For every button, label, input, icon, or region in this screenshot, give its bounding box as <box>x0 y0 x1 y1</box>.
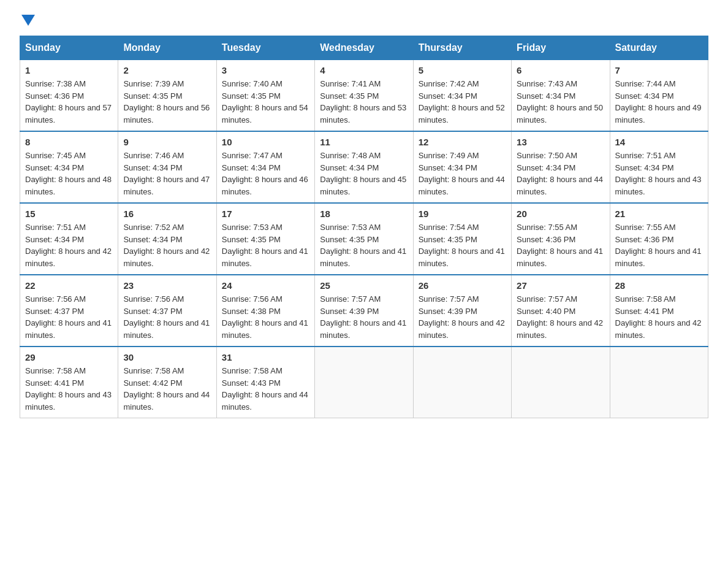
day-info: Sunrise: 7:52 AM Sunset: 4:34 PM Dayligh… <box>123 221 211 269</box>
calendar-cell: 28 Sunrise: 7:58 AM Sunset: 4:41 PM Dayl… <box>610 275 708 347</box>
calendar-cell: 25 Sunrise: 7:57 AM Sunset: 4:39 PM Dayl… <box>315 275 413 347</box>
svg-marker-0 <box>21 15 35 26</box>
calendar-cell: 31 Sunrise: 7:58 AM Sunset: 4:43 PM Dayl… <box>216 347 314 418</box>
day-info: Sunrise: 7:57 AM Sunset: 4:40 PM Dayligh… <box>517 293 604 341</box>
calendar-cell <box>610 347 708 418</box>
logo <box>20 15 35 28</box>
col-header-tuesday: Tuesday <box>216 36 314 60</box>
calendar-cell: 11 Sunrise: 7:48 AM Sunset: 4:34 PM Dayl… <box>315 131 413 203</box>
day-info: Sunrise: 7:45 AM Sunset: 4:34 PM Dayligh… <box>25 150 113 197</box>
calendar-cell: 21 Sunrise: 7:55 AM Sunset: 4:36 PM Dayl… <box>610 203 708 275</box>
day-info: Sunrise: 7:40 AM Sunset: 4:35 PM Dayligh… <box>222 78 309 126</box>
day-number: 18 <box>320 209 408 219</box>
calendar-cell: 29 Sunrise: 7:58 AM Sunset: 4:41 PM Dayl… <box>20 347 118 418</box>
day-number: 5 <box>419 65 506 75</box>
calendar-cell <box>315 347 413 418</box>
day-number: 1 <box>25 65 113 75</box>
col-header-wednesday: Wednesday <box>315 36 413 60</box>
page-header <box>20 15 708 28</box>
calendar-cell <box>413 347 511 418</box>
calendar-cell: 10 Sunrise: 7:47 AM Sunset: 4:34 PM Dayl… <box>216 131 314 203</box>
day-info: Sunrise: 7:49 AM Sunset: 4:34 PM Dayligh… <box>419 150 506 197</box>
day-number: 9 <box>123 137 211 147</box>
calendar-cell: 4 Sunrise: 7:41 AM Sunset: 4:35 PM Dayli… <box>315 60 413 132</box>
day-number: 16 <box>123 209 211 219</box>
logo-triangle-icon <box>21 15 35 28</box>
calendar-cell: 19 Sunrise: 7:54 AM Sunset: 4:35 PM Dayl… <box>413 203 511 275</box>
calendar-cell: 17 Sunrise: 7:53 AM Sunset: 4:35 PM Dayl… <box>216 203 314 275</box>
week-row-2: 8 Sunrise: 7:45 AM Sunset: 4:34 PM Dayli… <box>20 131 708 203</box>
day-number: 15 <box>25 209 113 219</box>
day-info: Sunrise: 7:48 AM Sunset: 4:34 PM Dayligh… <box>320 150 408 197</box>
week-row-5: 29 Sunrise: 7:58 AM Sunset: 4:41 PM Dayl… <box>20 347 708 418</box>
col-header-friday: Friday <box>512 36 610 60</box>
day-info: Sunrise: 7:58 AM Sunset: 4:42 PM Dayligh… <box>123 365 211 413</box>
day-number: 24 <box>222 280 309 291</box>
day-info: Sunrise: 7:38 AM Sunset: 4:36 PM Dayligh… <box>25 78 113 126</box>
day-info: Sunrise: 7:57 AM Sunset: 4:39 PM Dayligh… <box>320 293 408 341</box>
calendar-cell: 9 Sunrise: 7:46 AM Sunset: 4:34 PM Dayli… <box>118 131 216 203</box>
calendar-cell: 26 Sunrise: 7:57 AM Sunset: 4:39 PM Dayl… <box>413 275 511 347</box>
calendar-cell: 20 Sunrise: 7:55 AM Sunset: 4:36 PM Dayl… <box>512 203 610 275</box>
day-number: 7 <box>615 65 703 75</box>
day-info: Sunrise: 7:51 AM Sunset: 4:34 PM Dayligh… <box>25 221 113 269</box>
calendar-cell: 8 Sunrise: 7:45 AM Sunset: 4:34 PM Dayli… <box>20 131 118 203</box>
calendar-cell: 16 Sunrise: 7:52 AM Sunset: 4:34 PM Dayl… <box>118 203 216 275</box>
calendar-cell: 3 Sunrise: 7:40 AM Sunset: 4:35 PM Dayli… <box>216 60 314 132</box>
week-row-3: 15 Sunrise: 7:51 AM Sunset: 4:34 PM Dayl… <box>20 203 708 275</box>
day-number: 17 <box>222 209 309 219</box>
day-number: 27 <box>517 280 604 291</box>
calendar-cell: 15 Sunrise: 7:51 AM Sunset: 4:34 PM Dayl… <box>20 203 118 275</box>
day-info: Sunrise: 7:43 AM Sunset: 4:34 PM Dayligh… <box>517 78 604 126</box>
calendar-cell: 22 Sunrise: 7:56 AM Sunset: 4:37 PM Dayl… <box>20 275 118 347</box>
calendar-cell: 27 Sunrise: 7:57 AM Sunset: 4:40 PM Dayl… <box>512 275 610 347</box>
week-row-4: 22 Sunrise: 7:56 AM Sunset: 4:37 PM Dayl… <box>20 275 708 347</box>
day-number: 10 <box>222 137 309 147</box>
day-info: Sunrise: 7:51 AM Sunset: 4:34 PM Dayligh… <box>615 150 703 197</box>
day-number: 25 <box>320 280 408 291</box>
day-info: Sunrise: 7:53 AM Sunset: 4:35 PM Dayligh… <box>222 221 309 269</box>
day-number: 3 <box>222 65 309 75</box>
calendar-cell: 7 Sunrise: 7:44 AM Sunset: 4:34 PM Dayli… <box>610 60 708 132</box>
calendar-cell: 14 Sunrise: 7:51 AM Sunset: 4:34 PM Dayl… <box>610 131 708 203</box>
day-info: Sunrise: 7:47 AM Sunset: 4:34 PM Dayligh… <box>222 150 309 197</box>
calendar-cell <box>512 347 610 418</box>
day-info: Sunrise: 7:58 AM Sunset: 4:43 PM Dayligh… <box>222 365 309 413</box>
day-number: 26 <box>419 280 506 291</box>
day-number: 12 <box>419 137 506 147</box>
day-info: Sunrise: 7:56 AM Sunset: 4:38 PM Dayligh… <box>222 293 309 341</box>
day-info: Sunrise: 7:46 AM Sunset: 4:34 PM Dayligh… <box>123 150 211 197</box>
calendar-cell: 2 Sunrise: 7:39 AM Sunset: 4:35 PM Dayli… <box>118 60 216 132</box>
day-number: 29 <box>25 352 113 362</box>
day-info: Sunrise: 7:55 AM Sunset: 4:36 PM Dayligh… <box>615 221 703 269</box>
calendar-table: SundayMondayTuesdayWednesdayThursdayFrid… <box>20 36 708 418</box>
day-number: 11 <box>320 137 408 147</box>
header-row: SundayMondayTuesdayWednesdayThursdayFrid… <box>20 36 708 60</box>
calendar-cell: 18 Sunrise: 7:53 AM Sunset: 4:35 PM Dayl… <box>315 203 413 275</box>
day-info: Sunrise: 7:57 AM Sunset: 4:39 PM Dayligh… <box>419 293 506 341</box>
day-info: Sunrise: 7:50 AM Sunset: 4:34 PM Dayligh… <box>517 150 604 197</box>
day-info: Sunrise: 7:41 AM Sunset: 4:35 PM Dayligh… <box>320 78 408 126</box>
day-number: 14 <box>615 137 703 147</box>
calendar-cell: 5 Sunrise: 7:42 AM Sunset: 4:34 PM Dayli… <box>413 60 511 132</box>
day-number: 13 <box>517 137 604 147</box>
day-number: 4 <box>320 65 408 75</box>
day-number: 31 <box>222 352 309 362</box>
calendar-cell: 30 Sunrise: 7:58 AM Sunset: 4:42 PM Dayl… <box>118 347 216 418</box>
col-header-thursday: Thursday <box>413 36 511 60</box>
calendar-cell: 24 Sunrise: 7:56 AM Sunset: 4:38 PM Dayl… <box>216 275 314 347</box>
day-info: Sunrise: 7:42 AM Sunset: 4:34 PM Dayligh… <box>419 78 506 126</box>
day-info: Sunrise: 7:56 AM Sunset: 4:37 PM Dayligh… <box>25 293 113 341</box>
day-number: 21 <box>615 209 703 219</box>
day-info: Sunrise: 7:58 AM Sunset: 4:41 PM Dayligh… <box>25 365 113 413</box>
calendar-cell: 1 Sunrise: 7:38 AM Sunset: 4:36 PM Dayli… <box>20 60 118 132</box>
day-info: Sunrise: 7:53 AM Sunset: 4:35 PM Dayligh… <box>320 221 408 269</box>
calendar-cell: 13 Sunrise: 7:50 AM Sunset: 4:34 PM Dayl… <box>512 131 610 203</box>
calendar-cell: 23 Sunrise: 7:56 AM Sunset: 4:37 PM Dayl… <box>118 275 216 347</box>
col-header-monday: Monday <box>118 36 216 60</box>
day-number: 30 <box>123 352 211 362</box>
day-number: 6 <box>517 65 604 75</box>
day-number: 22 <box>25 280 113 291</box>
day-number: 20 <box>517 209 604 219</box>
day-number: 2 <box>123 65 211 75</box>
